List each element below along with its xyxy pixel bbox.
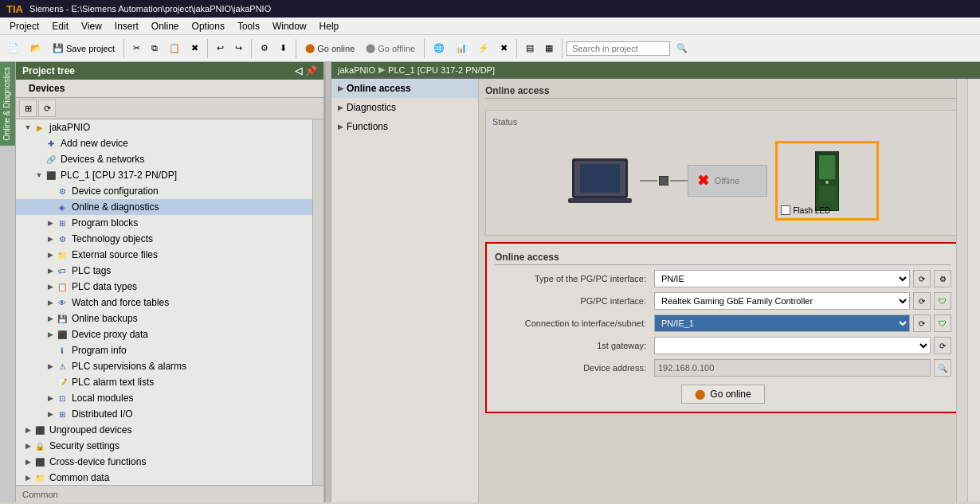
config-icon: ⚙ xyxy=(56,185,69,197)
copy-button[interactable]: ⧉ xyxy=(147,41,163,55)
tree-item-plc-datatypes[interactable]: ▶ 📋 PLC data types xyxy=(16,279,312,295)
first-gateway-select[interactable] xyxy=(654,337,931,354)
tree-item-jakaPNIO[interactable]: ▼ ▶ jakaPNIO xyxy=(16,119,312,135)
nav-label: Diagnostics xyxy=(347,102,396,113)
nav-diagnostics[interactable]: ▶ Diagnostics xyxy=(331,98,478,117)
stop-button[interactable]: ✖ xyxy=(496,41,512,55)
tree-item-tech-objects[interactable]: ▶ ⚙ Technology objects xyxy=(16,231,312,247)
menu-insert[interactable]: Insert xyxy=(108,19,145,33)
download-icon: ⬇ xyxy=(280,43,287,53)
search-icon-button[interactable]: 🔍 xyxy=(672,41,692,55)
pg-pc-type-refresh-btn[interactable]: ⟳ xyxy=(913,270,931,287)
connection-subnet-settings-btn[interactable]: 🛡 xyxy=(934,315,951,332)
nav-online-access[interactable]: ▶ Online access xyxy=(331,79,478,98)
tree-item-cross-device[interactable]: ▶ ⬛ Cross-device functions xyxy=(16,454,312,470)
devices-tab[interactable]: Devices xyxy=(16,80,323,98)
menu-online[interactable]: Online xyxy=(145,19,186,33)
tree-view-button[interactable]: ⊞ xyxy=(19,100,37,117)
pg-pc-interface-select[interactable]: Realtek Gaming GbE Family Controller xyxy=(654,292,910,310)
menu-tools[interactable]: Tools xyxy=(231,19,266,33)
monitor-icon: 📊 xyxy=(456,43,467,53)
redo-button[interactable]: ↪ xyxy=(230,41,247,55)
layout-list-button[interactable]: ▤ xyxy=(521,41,539,55)
tree-item-plc-sup-alarms[interactable]: ▶ ⚠ PLC supervisions & alarms xyxy=(16,358,312,374)
download-button[interactable]: ⬇ xyxy=(275,41,292,55)
new-button[interactable]: 📄 xyxy=(3,41,24,55)
open-button[interactable]: 📂 xyxy=(25,41,46,55)
menu-options[interactable]: Options xyxy=(186,19,231,33)
pg-pc-interface-settings-btn[interactable]: 🛡 xyxy=(934,292,951,310)
resize-handle[interactable] xyxy=(325,62,331,502)
separator-6 xyxy=(516,39,517,58)
tree-sync-button[interactable]: ⟳ xyxy=(38,100,56,117)
tree-item-alarm-text[interactable]: 📝 PLC alarm text lists xyxy=(16,374,312,390)
pg-pc-type-settings-btn[interactable]: ⚙ xyxy=(934,270,951,287)
tree-item-common-data[interactable]: ▶ 📁 Common data xyxy=(16,470,312,485)
tree-item-ungrouped[interactable]: ▶ ⬛ Ungrouped devices xyxy=(16,422,312,438)
network-button[interactable]: 🌐 xyxy=(429,41,449,55)
tree-item-watch-tables[interactable]: ▶ 👁 Watch and force tables xyxy=(16,295,312,311)
online-diagnostics-side-tab[interactable]: Online & Diagnostics xyxy=(0,62,15,146)
menu-view[interactable]: View xyxy=(75,19,108,33)
go-offline-toolbar-button[interactable]: ⬤ Go offline xyxy=(361,41,420,55)
save-icon: 💾 xyxy=(53,43,64,53)
add-icon: ✚ xyxy=(45,137,57,150)
tree-scrollbar[interactable] xyxy=(312,119,323,485)
tree-item-program-blocks[interactable]: ▶ ⊞ Program blocks xyxy=(16,215,312,231)
device-address-input[interactable] xyxy=(654,359,931,377)
tree-item-local-modules[interactable]: ▶ ⊡ Local modules xyxy=(16,390,312,406)
monitor-button[interactable]: 📊 xyxy=(451,41,472,55)
tree-item-device-proxy[interactable]: ▶ ⬛ Device proxy data xyxy=(16,326,312,342)
pg-pc-interface-type-control: PN/IE ⟳ ⚙ xyxy=(654,270,951,287)
info-icon: ℹ xyxy=(56,344,69,357)
tree-item-online-diag[interactable]: ◈ Online & diagnostics xyxy=(16,199,312,215)
cut-button[interactable]: ✂ xyxy=(128,41,145,55)
tree-item-plc1[interactable]: ▼ ⬛ PLC_1 [CPU 317-2 PN/DP] xyxy=(16,167,312,183)
pg-pc-interface-type-select[interactable]: PN/IE xyxy=(654,270,910,287)
tree-item-devices-networks[interactable]: 🔗 Devices & networks xyxy=(16,151,312,167)
tree-item-add-device[interactable]: ✚ Add new device xyxy=(16,135,312,151)
layout-detail-button[interactable]: ▦ xyxy=(540,41,558,55)
connection-subnet-select[interactable]: PN/IE_1 xyxy=(654,315,910,332)
tree-item-distributed-io[interactable]: ▶ ⊞ Distributed I/O xyxy=(16,406,312,422)
pg-pc-interface-row: PG/PC interface: Realtek Gaming GbE Fami… xyxy=(495,292,951,310)
connection-broken-icon: ✖ xyxy=(697,172,709,189)
pg-pc-interface-refresh-btn[interactable]: ⟳ xyxy=(913,292,931,310)
pin-panel-icon[interactable]: 📌 xyxy=(305,65,317,76)
first-gateway-settings-btn[interactable]: ⟳ xyxy=(934,337,951,354)
first-gateway-control: ⟳ xyxy=(654,337,951,354)
menu-edit[interactable]: Edit xyxy=(45,19,75,33)
device-address-search-btn[interactable]: 🔍 xyxy=(934,359,951,377)
delete-button[interactable]: ✖ xyxy=(186,41,203,55)
menu-project[interactable]: Project xyxy=(3,19,45,33)
alarmtext-icon: 📝 xyxy=(56,376,69,389)
compile-icon: ⚙ xyxy=(261,43,269,53)
save-button[interactable]: 💾 Save project xyxy=(48,41,120,55)
go-online-toolbar-button[interactable]: ⬤ Go online xyxy=(300,41,359,55)
tree-item-security[interactable]: ▶ 🔒 Security settings xyxy=(16,438,312,454)
tree-item-device-config[interactable]: ⚙ Device configuration xyxy=(16,183,312,199)
connection-subnet-refresh-btn[interactable]: ⟳ xyxy=(913,315,931,332)
go-online-form-button[interactable]: ⬤ Go online xyxy=(681,385,764,404)
undo-button[interactable]: ↩ xyxy=(212,41,229,55)
right-scrollbar[interactable] xyxy=(956,79,967,502)
tree-item-ext-sources[interactable]: ▶ 📁 External source files xyxy=(16,247,312,263)
tree-item-online-backups[interactable]: ▶ 💾 Online backups xyxy=(16,311,312,326)
connection-node xyxy=(659,176,668,186)
go-online-form-label: Go online xyxy=(710,389,751,400)
collapse-icon[interactable]: ◁ xyxy=(295,65,302,76)
tree-item-program-info[interactable]: ℹ Program info xyxy=(16,342,312,358)
force-icon: ⚡ xyxy=(478,43,489,53)
menu-help[interactable]: Help xyxy=(313,19,346,33)
laptop-display xyxy=(580,164,620,193)
compile-button[interactable]: ⚙ xyxy=(256,41,273,55)
nav-functions[interactable]: ▶ Functions xyxy=(331,117,478,136)
copy-icon: ⧉ xyxy=(151,43,158,53)
search-input[interactable] xyxy=(566,41,670,56)
tree-item-plc-tags[interactable]: ▶ 🏷 PLC tags xyxy=(16,263,312,279)
flash-led-checkbox[interactable] xyxy=(781,205,790,215)
pg-pc-interface-type-row: Type of the PG/PC interface: PN/IE ⟳ ⚙ xyxy=(495,270,951,287)
force-button[interactable]: ⚡ xyxy=(473,41,494,55)
menu-window[interactable]: Window xyxy=(266,19,313,33)
paste-button[interactable]: 📋 xyxy=(164,41,185,55)
